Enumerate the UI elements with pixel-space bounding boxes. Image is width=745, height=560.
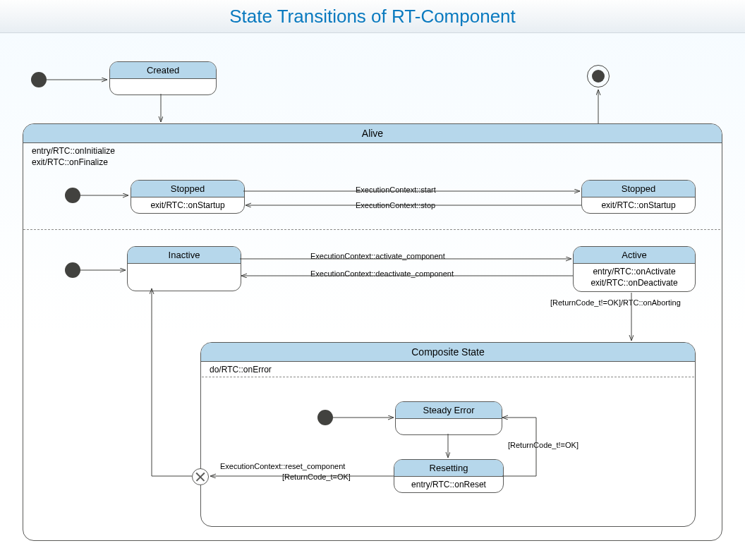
state-created: Created [109, 61, 217, 95]
state-resetting-body: entry/RTC::onReset [394, 477, 503, 492]
state-alive-entry: entry/RTC::onInitialize [23, 143, 722, 157]
initial-node-composite [317, 410, 333, 425]
diagram-title: State Transitions of RT-Component [229, 6, 516, 28]
region-separator [23, 229, 720, 230]
initial-node-region2 [65, 262, 80, 278]
state-alive-label: Alive [23, 124, 722, 143]
state-resetting-label: Resetting [394, 460, 503, 477]
label-reset-notok: [ReturnCode_t!=OK] [508, 441, 579, 449]
state-steady-error-label: Steady Error [396, 402, 502, 419]
state-stopped-right-label: Stopped [582, 181, 695, 197]
state-resetting: Resetting entry/RTC::onReset [394, 459, 504, 493]
state-active: Active entry/RTC::onActivate exit/RTC::o… [573, 246, 696, 292]
label-stop: ExecutionContext::stop [356, 201, 435, 209]
state-stopped-left-label: Stopped [131, 181, 244, 197]
state-inactive: Inactive [127, 246, 241, 291]
composite-separator [202, 377, 694, 377]
diagram-canvas: Created Alive entry/RTC::onInitialize ex… [0, 33, 745, 560]
state-alive-exit: exit/RTC::onFinalize [23, 157, 722, 169]
state-composite-label: Composite State [201, 343, 695, 362]
label-reset-ok-1: ExecutionContext::reset_component [220, 462, 345, 470]
state-stopped-left-body: exit/RTC::onStartup [131, 197, 244, 213]
state-active-label: Active [574, 247, 695, 264]
state-stopped-right-body: exit/RTC::onStartup [582, 197, 695, 213]
initial-node-region1 [65, 188, 80, 203]
final-node [587, 65, 610, 87]
label-reset-ok-2: [ReturnCode_t=OK] [282, 473, 351, 481]
label-abort: [ReturnCode_t!=OK]/RTC::onAborting [550, 298, 681, 307]
label-start: ExecutionContext::start [356, 185, 436, 194]
state-stopped-right: Stopped exit/RTC::onStartup [581, 180, 696, 214]
initial-node-top [31, 72, 47, 87]
state-created-label: Created [110, 62, 216, 79]
state-stopped-left: Stopped exit/RTC::onStartup [131, 180, 245, 214]
state-active-exit: exit/RTC::onDeactivate [581, 278, 688, 289]
title-bar: State Transitions of RT-Component [0, 0, 745, 33]
label-activate: ExecutionContext::activate_component [310, 252, 445, 260]
state-composite-do: do/RTC::onError [201, 362, 695, 376]
exit-point-composite [192, 468, 209, 485]
state-steady-error: Steady Error [395, 401, 502, 435]
state-inactive-label: Inactive [128, 247, 241, 264]
label-deactivate: ExecutionContext::deactivate_component [310, 269, 454, 278]
state-active-entry: entry/RTC::onActivate [581, 267, 688, 278]
